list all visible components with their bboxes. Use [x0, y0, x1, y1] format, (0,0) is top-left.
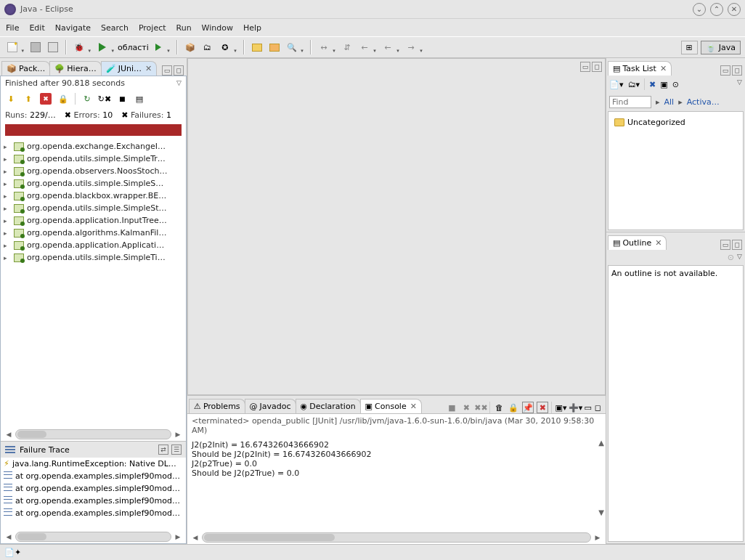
- new-package-button[interactable]: 📦: [182, 39, 198, 55]
- show-on-output-button[interactable]: ✖: [537, 402, 548, 413]
- tab-junit[interactable]: 🧪 JUni…✕: [101, 61, 158, 76]
- view-menu-chevron-icon[interactable]: ▽: [737, 78, 742, 86]
- open-perspective-button[interactable]: ⊞: [681, 41, 698, 54]
- sync-button[interactable]: ✖: [649, 80, 656, 89]
- tab-declaration[interactable]: ◉ Declaration: [296, 399, 361, 413]
- trace-hscroll[interactable]: ◀▶: [1, 530, 186, 543]
- window-maximize-button[interactable]: ⌃: [710, 3, 723, 16]
- collapse-all-button[interactable]: ▣: [660, 80, 667, 89]
- task-list-body[interactable]: Uncategorized: [608, 111, 744, 230]
- tree-item: ▸org.openda.algorithms.KalmanFil…: [1, 227, 186, 239]
- console-minimize-button[interactable]: ▭: [584, 403, 591, 413]
- close-icon[interactable]: ✕: [410, 402, 417, 411]
- task-category[interactable]: Uncategorized: [614, 118, 737, 127]
- status-icon[interactable]: 📄✦: [4, 548, 21, 557]
- outline-sort-button[interactable]: ⊙: [728, 253, 734, 262]
- stack-trace-icon: [5, 446, 15, 453]
- print-button[interactable]: [45, 39, 61, 55]
- menu-navigate[interactable]: Navigate: [55, 23, 91, 33]
- task-find-input[interactable]: [609, 96, 651, 108]
- tab-task-list[interactable]: ▤ Task List✕: [608, 61, 672, 76]
- editor-minimize-button[interactable]: ▭: [580, 62, 590, 72]
- show-errors-button[interactable]: ✖: [40, 93, 52, 105]
- stop-button[interactable]: ⏹: [116, 93, 128, 105]
- rerun-failed-button[interactable]: ↻✖: [99, 93, 110, 105]
- debug-button[interactable]: 🐞: [71, 39, 87, 55]
- compare-button[interactable]: ⇄: [158, 445, 168, 455]
- run-last-button[interactable]: [150, 39, 166, 55]
- categorize-button[interactable]: 🗂▾: [628, 80, 640, 89]
- nav-back-button[interactable]: ↔: [316, 39, 332, 55]
- tab-javadoc[interactable]: @ Javadoc: [245, 399, 296, 413]
- window-close-button[interactable]: ✕: [728, 3, 741, 16]
- console-maximize-button[interactable]: ◻: [595, 403, 601, 413]
- terminate-button[interactable]: ■: [446, 402, 457, 413]
- scroll-lock-button[interactable]: 🔒: [508, 402, 519, 413]
- history-button[interactable]: ▤: [134, 93, 145, 105]
- close-icon[interactable]: ✕: [660, 64, 667, 73]
- close-icon[interactable]: ✕: [655, 238, 661, 248]
- tab-console[interactable]: ▣ Console✕: [360, 399, 422, 413]
- editor-maximize-button[interactable]: ◻: [592, 62, 602, 72]
- tree-item: ▸org.openda.exchange.ExchangeI…: [1, 140, 186, 153]
- tab-outline[interactable]: ▤ Outline✕: [608, 235, 667, 250]
- outline-minimize-button[interactable]: ▭: [720, 240, 730, 250]
- remove-launch-button[interactable]: ✖: [460, 402, 472, 413]
- nav-step-button[interactable]: ⇵: [339, 39, 355, 55]
- search-button[interactable]: 🔍: [284, 39, 300, 55]
- prev-failure-button[interactable]: ⬆: [23, 93, 34, 105]
- menu-run[interactable]: Run: [176, 23, 192, 33]
- run-button[interactable]: [94, 39, 110, 55]
- new-task-button[interactable]: 📄▾: [609, 80, 624, 89]
- menu-edit[interactable]: Edit: [29, 23, 44, 33]
- pin-console-button[interactable]: 📌: [522, 402, 534, 413]
- view-menu-chevron-icon[interactable]: ▽: [176, 79, 182, 86]
- tab-package-explorer[interactable]: 📦 Pack…: [1, 61, 50, 76]
- open-console-button[interactable]: ➕▾: [569, 402, 581, 413]
- tab-problems[interactable]: ⚠ Problems: [189, 399, 245, 413]
- tree-hscroll[interactable]: ◀▶: [1, 428, 186, 441]
- junit-results-tree[interactable]: ▸org.openda.exchange.ExchangeI… ▸org.ope…: [1, 137, 186, 428]
- view-minimize-button[interactable]: ▭: [162, 65, 172, 76]
- tasklist-maximize-button[interactable]: ◻: [732, 65, 742, 76]
- rerun-button[interactable]: ↻: [81, 93, 93, 105]
- open-resource-button[interactable]: [249, 39, 265, 55]
- open-type-button[interactable]: [266, 39, 282, 55]
- scroll-down-icon[interactable]: ▼: [598, 508, 604, 516]
- menu-help[interactable]: Help: [243, 23, 261, 33]
- display-console-button[interactable]: ▣▾: [555, 402, 566, 413]
- console-hscroll[interactable]: ◀▶: [187, 531, 606, 544]
- next-failure-button[interactable]: ⬇: [5, 93, 17, 105]
- task-filter-activate[interactable]: Activa…: [687, 97, 720, 107]
- tasklist-minimize-button[interactable]: ▭: [720, 65, 730, 76]
- close-icon[interactable]: ✕: [145, 64, 152, 73]
- menu-project[interactable]: Project: [139, 23, 166, 33]
- menu-search[interactable]: Search: [101, 23, 129, 33]
- scroll-up-icon[interactable]: ▲: [598, 439, 604, 447]
- outline-maximize-button[interactable]: ◻: [732, 240, 742, 250]
- new-class-button[interactable]: ✪: [217, 39, 233, 55]
- perspective-java[interactable]: 🍵 Java: [701, 41, 741, 54]
- lock-scroll-button[interactable]: 🔒: [57, 93, 69, 105]
- nav-prev-button[interactable]: ←: [357, 39, 372, 55]
- filter-trace-button[interactable]: ☰: [171, 445, 182, 455]
- menu-file[interactable]: File: [6, 23, 19, 33]
- focus-button[interactable]: ⊙: [672, 80, 679, 89]
- nav-next-button[interactable]: ←: [380, 39, 396, 55]
- new-button[interactable]: [4, 39, 20, 55]
- new-type-button[interactable]: 🗂: [200, 39, 216, 55]
- nav-fwd-button[interactable]: →: [403, 39, 419, 55]
- test-suite-icon: [14, 241, 24, 250]
- window-minimize-button[interactable]: ⌄: [693, 3, 706, 16]
- tab-hierarchy[interactable]: 🌳 Hiera…: [49, 61, 101, 76]
- menu-window[interactable]: Window: [202, 23, 233, 33]
- clear-console-button[interactable]: 🗑: [493, 402, 505, 413]
- failure-trace-body[interactable]: ⚡java.lang.RuntimeException: Native DL… …: [1, 458, 186, 530]
- save-button[interactable]: [28, 39, 44, 55]
- remove-all-button[interactable]: ✖✖: [475, 402, 487, 413]
- java-perspective-icon: 🍵: [706, 43, 716, 52]
- console-output[interactable]: J2(p2Init) = 16.674326043666902 Should b…: [187, 437, 606, 531]
- view-maximize-button[interactable]: ◻: [174, 65, 184, 76]
- view-menu-chevron-icon[interactable]: ▽: [737, 253, 742, 262]
- task-filter-all[interactable]: All: [664, 97, 675, 107]
